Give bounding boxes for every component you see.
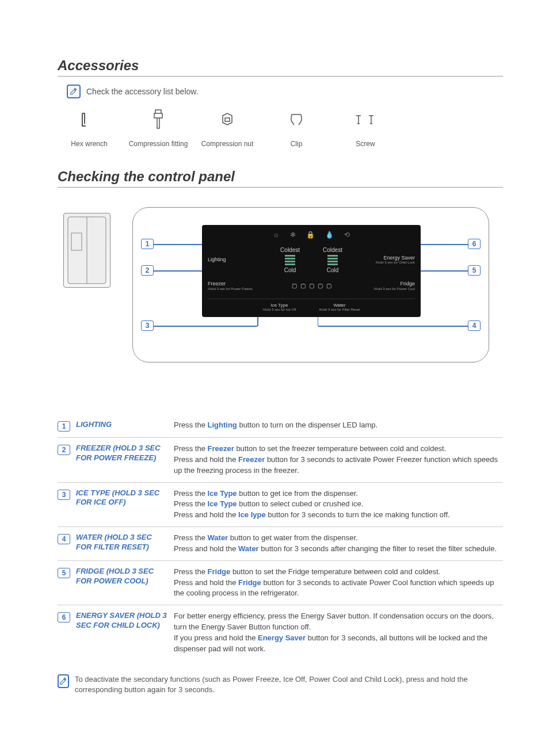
panel-coldest-label: Coldest [323, 247, 342, 253]
callout-tag-4: 4 [468, 320, 481, 331]
callout-bubble: 1 2 3 6 5 4 ☼ ❄ 🔒 [132, 207, 489, 362]
function-body: Press the Ice Type button to get ice fro… [174, 488, 503, 521]
function-head: FREEZER (HOLD 3 SEC FOR POWER FREEZE) [76, 444, 168, 476]
accessory-label: Hex wrench [58, 140, 121, 148]
panel-cold-label: Cold [280, 267, 300, 273]
accessories-heading: Accessories [58, 58, 503, 77]
panel-ice-type-sub: /Hold 3 sec for Ice Off [263, 308, 296, 311]
accessory-item: Compression fitting [127, 104, 190, 148]
control-panel-heading: Checking the control panel [58, 169, 503, 188]
function-body: Press the Lighting button to turn on the… [174, 420, 503, 432]
screw-icon [334, 104, 397, 134]
control-panel-diagram: 1 2 3 6 5 4 ☼ ❄ 🔒 [58, 213, 503, 374]
accessory-label: Compression fitting [127, 140, 190, 148]
pencil-note-icon [58, 674, 69, 688]
light-icon: ☼ [273, 231, 280, 239]
accessory-item: Hex wrench [58, 104, 121, 148]
callout-tag-5: 5 [468, 265, 481, 276]
function-number: 6 [58, 612, 70, 623]
panel-energy-saver-label: Energy Saver [363, 255, 415, 261]
function-number: 5 [58, 568, 70, 578]
panel-mode-icons: ▢▢▢▢▢ [260, 282, 363, 289]
function-row: 3 ICE TYPE (HOLD 3 SEC FOR ICE OFF) Pres… [58, 483, 503, 528]
function-number: 3 [58, 490, 70, 500]
panel-water-label: Water [319, 303, 360, 308]
function-head: ENERGY SAVER (HOLD 3 SEC FOR CHILD LOCK) [76, 611, 168, 654]
bottom-note-text: To deactivate the secondary functions (s… [75, 674, 503, 695]
function-row: 6 ENERGY SAVER (HOLD 3 SEC FOR CHILD LOC… [58, 605, 503, 660]
accessory-label: Compression nut [196, 140, 259, 148]
callout-tag-3: 3 [141, 320, 154, 331]
function-body: Press the Fridge button to set the Fridg… [174, 567, 503, 600]
function-head: LIGHTING [76, 420, 168, 432]
refrigerator-illustration [63, 213, 110, 288]
filter-icon: ⟲ [344, 231, 350, 239]
function-head: ICE TYPE (HOLD 3 SEC FOR ICE OFF) [76, 488, 168, 521]
panel-lighting-label: Lighting [208, 257, 260, 263]
panel-energy-saver-sub: /Hold 3 sec for Child Lock [363, 261, 415, 265]
control-panel-display: ☼ ❄ 🔒 💧 ⟲ Lighting Coldest [202, 225, 421, 317]
panel-fridge-label: Fridge [363, 281, 415, 287]
accessories-note-row: Check the accessory list below. [67, 85, 503, 98]
function-number: 1 [58, 421, 70, 432]
function-row: 1 LIGHTING Press the Lighting button to … [58, 414, 503, 438]
panel-cold-label: Cold [323, 267, 342, 273]
freezer-level-bars [280, 254, 300, 266]
manual-page: Accessories Check the accessory list bel… [0, 0, 549, 730]
compression-nut-icon [196, 104, 259, 134]
accessory-item: Compression nut [196, 104, 259, 148]
accessory-label: Screw [334, 140, 397, 148]
function-head: WATER (HOLD 3 SEC FOR FILTER RESET) [76, 533, 168, 555]
function-row: 2 FREEZER (HOLD 3 SEC FOR POWER FREEZE) … [58, 438, 503, 483]
function-number: 2 [58, 445, 70, 455]
hex-wrench-icon [58, 104, 121, 134]
drop-icon: 💧 [325, 231, 334, 239]
accessory-item: Screw [334, 104, 397, 148]
function-number: 4 [58, 534, 70, 544]
fridge-level-bars [323, 254, 342, 266]
function-head: FRIDGE (HOLD 3 SEC FOR POWER COOL) [76, 567, 168, 600]
function-body: Press the Freezer button to set the free… [174, 444, 503, 476]
function-body: Press the Water button to get water from… [174, 533, 503, 555]
clip-icon [265, 104, 328, 134]
accessories-note-text: Check the accessory list below. [86, 87, 199, 96]
accessory-label: Clip [265, 140, 328, 148]
pencil-note-icon [67, 85, 81, 98]
lock-icon: 🔒 [306, 231, 315, 239]
panel-ice-type-label: Ice Type [263, 303, 296, 308]
function-body: For better energy efficiency, press the … [174, 611, 503, 654]
function-row: 4 WATER (HOLD 3 SEC FOR FILTER RESET) Pr… [58, 527, 503, 561]
compression-fitting-icon [127, 104, 190, 134]
callout-tag-2: 2 [141, 265, 154, 276]
callout-tag-6: 6 [468, 239, 481, 249]
panel-freezer-sub: /Hold 3 sec for Power Freeze [208, 287, 260, 291]
accessories-list: Hex wrench Compression fitting Compressi… [58, 104, 503, 148]
bottom-note: To deactivate the secondary functions (s… [58, 674, 503, 695]
panel-freezer-label: Freezer [208, 281, 260, 287]
panel-coldest-label: Coldest [280, 247, 300, 253]
accessory-item: Clip [265, 104, 328, 148]
panel-water-sub: /Hold 3 sec for Filter Reset [319, 308, 360, 311]
function-table: 1 LIGHTING Press the Lighting button to … [58, 414, 503, 660]
panel-fridge-sub: /Hold 3 sec for Power Cool [363, 287, 415, 291]
snowflake-icon: ❄ [290, 231, 296, 239]
function-row: 5 FRIDGE (HOLD 3 SEC FOR POWER COOL) Pre… [58, 561, 503, 606]
callout-tag-1: 1 [141, 239, 154, 249]
control-panel-section: Checking the control panel 1 2 3 6 5 4 [58, 169, 503, 695]
